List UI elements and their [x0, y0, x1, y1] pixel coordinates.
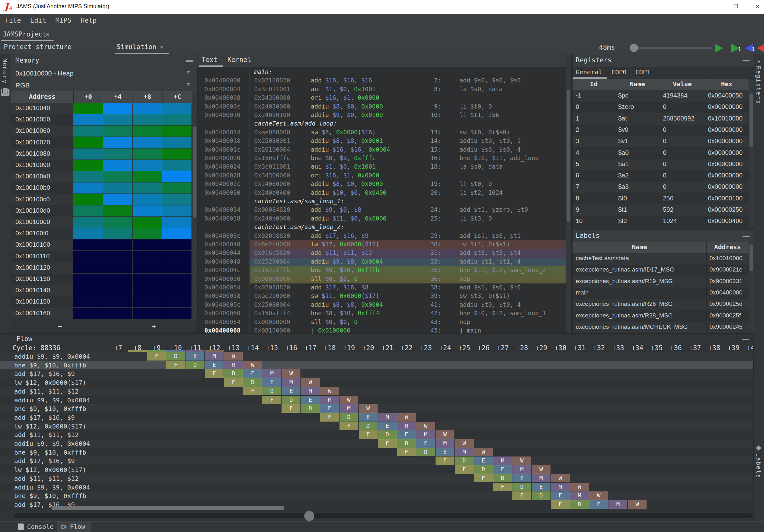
memory-cell[interactable]	[132, 262, 162, 273]
memory-cell[interactable]	[74, 205, 103, 216]
memory-cell[interactable]	[132, 171, 162, 182]
memory-cell[interactable]	[162, 160, 191, 171]
memory-cell[interactable]	[132, 160, 162, 171]
memory-row[interactable]: 0x10010110	[11, 251, 192, 262]
tab-cop0[interactable]: COP0	[612, 68, 627, 76]
memory-cell[interactable]	[132, 274, 162, 285]
code-line[interactable]: 0x004000000x02108020add $16, $16, $167:a…	[197, 76, 566, 85]
code-scrollbar-thumb[interactable]	[567, 90, 570, 222]
speed-slider-thumb[interactable]	[630, 44, 638, 52]
memory-cell[interactable]	[74, 126, 103, 137]
memory-row[interactable]: 0x10010070	[11, 137, 192, 149]
memory-cell[interactable]	[74, 274, 103, 285]
memory-row[interactable]: 0x100100d0	[11, 205, 192, 217]
memory-cell[interactable]	[103, 308, 132, 319]
code-line[interactable]: 0x004000600x150afff4bne $8, $10, 0xfff44…	[197, 309, 566, 318]
tab-project-structure[interactable]: Project structure	[4, 43, 72, 51]
label-row[interactable]: cacheTest.asm/data0x10010000	[573, 253, 749, 265]
memory-cell[interactable]	[162, 274, 191, 285]
memory-cell[interactable]	[162, 296, 191, 307]
memory-row[interactable]: 0x10010050	[11, 114, 192, 126]
flow-row[interactable]: add $11, $11, $12FDEMW	[0, 474, 753, 483]
code-line[interactable]: 0x004000180x25080001addiu $8, $8, 0x0001…	[197, 137, 566, 145]
memory-cell[interactable]	[103, 149, 132, 160]
memory-cell[interactable]	[74, 285, 103, 296]
memory-cell[interactable]	[162, 285, 191, 296]
memory-page-left-button[interactable]: ←	[58, 322, 62, 330]
label-row[interactable]: excepciones_rutinas.asm/R19_MSG0x9000023…	[573, 276, 749, 288]
memory-cell[interactable]	[74, 103, 103, 114]
memory-segment-select[interactable]: 0x10010000 - Heap ▽	[11, 67, 197, 80]
memory-cell[interactable]	[103, 239, 132, 250]
memory-row[interactable]: 0x100100a0	[11, 171, 192, 183]
tab-close-icon[interactable]: ✕	[46, 31, 49, 38]
memory-cell[interactable]	[162, 149, 191, 160]
memory-cell[interactable]	[132, 205, 162, 216]
register-row[interactable]: 5$a100x00000000	[573, 159, 749, 170]
memory-cell[interactable]	[162, 205, 191, 216]
memory-cell[interactable]	[74, 217, 103, 228]
flow-row[interactable]: add $17, $16, $9FDEMW	[0, 413, 753, 422]
tab-simulation[interactable]: Simulation	[116, 43, 156, 51]
memory-mode-select[interactable]: RGB ▽	[11, 79, 197, 91]
flow-hscrollbar-thumb[interactable]	[52, 506, 284, 510]
flow-row[interactable]: lw $12, 0x0000($17)FDEMW	[0, 465, 753, 474]
code-line[interactable]: cacheTest.asm/sum_loop_2:	[197, 223, 566, 231]
label-row[interactable]: main0x00400000	[573, 288, 749, 299]
memory-cell[interactable]	[103, 262, 132, 273]
code-line[interactable]: 0x004000280x34300000ori $16, $1, 0x0000	[197, 172, 566, 180]
memory-cell[interactable]	[74, 160, 103, 171]
registers-minimize-icon[interactable]	[743, 60, 749, 62]
code-line[interactable]: 0x004000300x240a0400addiu $10, $0, 0x040…	[197, 189, 566, 197]
memory-cell[interactable]	[162, 114, 191, 125]
register-row[interactable]: 4$a000x00000000	[573, 148, 749, 159]
memory-cell[interactable]	[132, 239, 162, 250]
rewind-icon-2[interactable]	[763, 44, 764, 53]
labels-scrollbar-thumb[interactable]	[749, 244, 753, 271]
register-row[interactable]: 3$v100x00000000	[573, 136, 749, 147]
flow-row[interactable]: bne $9, $10, 0xfffbFDEMW	[0, 448, 753, 457]
memory-cell[interactable]	[74, 114, 103, 125]
flow-row[interactable]: addiu $9, $9, 0x0004FDEMW	[0, 483, 753, 492]
memory-row[interactable]: 0x100100c0	[11, 194, 192, 205]
label-row[interactable]: excepciones_rutinas.asm/ID17_MSG0x900002…	[573, 265, 749, 276]
memory-cell[interactable]	[132, 103, 162, 114]
menu-item-edit[interactable]: Edit	[30, 17, 46, 24]
memory-row[interactable]: 0x100100e0	[11, 217, 192, 228]
memory-cell[interactable]	[132, 126, 162, 137]
memory-page-right-button[interactable]: →	[151, 322, 156, 330]
label-row[interactable]: excepciones_rutinas.asm/R26_MSG0x9000025…	[573, 299, 749, 310]
menu-item-help[interactable]: Help	[81, 17, 97, 24]
memory-cell[interactable]	[103, 205, 132, 216]
memory-cell[interactable]	[103, 183, 132, 194]
memory-cell[interactable]	[103, 251, 132, 262]
register-row[interactable]: 7$a300x00000000	[573, 182, 749, 193]
memory-tool-tab[interactable]: Memory	[2, 59, 9, 84]
memory-cell[interactable]	[74, 194, 103, 205]
code-line[interactable]: 0x004000140xae080000sw $8, 0x0000($16)13…	[197, 128, 566, 137]
flow-minimize-icon[interactable]	[742, 339, 749, 340]
memory-cell[interactable]	[162, 251, 191, 262]
memory-cell[interactable]	[74, 183, 103, 194]
memory-row[interactable]: 0x100100b0	[11, 183, 192, 194]
flow-row[interactable]: add $17, $16, $9FDEMW	[0, 369, 753, 378]
flow-row[interactable]: lw $12, 0x0000($17)FDEMW	[0, 378, 753, 387]
minimize-button[interactable]: ─	[711, 3, 714, 9]
code-line[interactable]: 0x004000380x240b0000addiu $11, $0, 0x000…	[197, 214, 566, 223]
memory-cell[interactable]	[103, 171, 132, 182]
code-line[interactable]: 0x004000540x02088820add $17, $16, $838:a…	[197, 284, 566, 292]
code-line[interactable]: 0x004000100x24090100addiu $9, $0, 0x0100…	[197, 111, 566, 120]
code-line[interactable]: 0x004000340x00084820add $9, $0, $824:add…	[197, 206, 566, 214]
memory-row[interactable]: 0x100100f0	[11, 228, 192, 239]
register-row[interactable]: 6$a200x00000000	[573, 170, 749, 182]
code-line[interactable]: 0x004000580xae2b0000sw $11, 0x0000($17)3…	[197, 292, 566, 301]
flow-row[interactable]: bne $9, $10, 0xfffbFDEMW	[0, 491, 753, 500]
memory-cell[interactable]	[103, 103, 132, 114]
registers-scrollbar-thumb[interactable]	[749, 93, 753, 147]
memory-row[interactable]: 0x10010140	[11, 285, 192, 296]
memory-cell[interactable]	[132, 251, 162, 262]
memory-cell[interactable]	[162, 262, 191, 273]
memory-cell[interactable]	[103, 296, 132, 307]
code-line[interactable]: 0x004000400x8e2c0000lw $12, 0x0000($17)3…	[197, 240, 566, 249]
code-line[interactable]: 0x0040002c0x24080000addiu $8, $0, 0x0000…	[197, 180, 566, 189]
